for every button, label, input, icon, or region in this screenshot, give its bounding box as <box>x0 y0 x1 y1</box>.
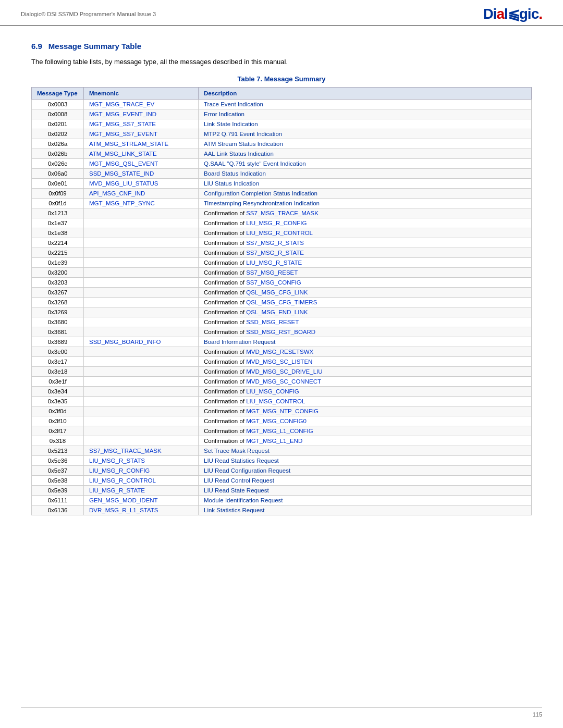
cell-description: Confirmation of SSD_MSG_RESET <box>199 317 532 327</box>
cell-type: 0x1e39 <box>32 258 84 268</box>
table-row: 0x3e34Confirmation of LIU_MSG_CONFIG <box>32 387 532 397</box>
table-row: 0x3e1fConfirmation of MVD_MSG_SC_CONNECT <box>32 377 532 387</box>
table-row: 0x026bATM_MSG_LINK_STATEAAL Link Status … <box>32 149 532 159</box>
cell-mnemonic: SS7_MSG_TRACE_MASK <box>84 446 199 456</box>
cell-mnemonic: LIU_MSG_R_CONFIG <box>84 466 199 476</box>
cell-mnemonic: SSD_MSG_BOARD_INFO <box>84 337 199 347</box>
table-title: Table 7. Message Summary <box>31 75 532 83</box>
cell-description: Trace Event Indication <box>199 100 532 109</box>
cell-description: Confirmation of LIU_MSG_CONTROL <box>199 397 532 406</box>
cell-description: Confirmation of LIU_MSG_R_CONTROL <box>199 228 532 238</box>
cell-mnemonic <box>84 317 199 327</box>
cell-mnemonic: MGT_MSG_TRACE_EV <box>84 100 199 109</box>
cell-mnemonic <box>84 406 199 416</box>
cell-type: 0x0f09 <box>32 189 84 199</box>
cell-type: 0x0008 <box>32 109 84 119</box>
cell-description: LIU Read Statistics Request <box>199 456 532 466</box>
table-row: 0x3e18Confirmation of MVD_MSG_SC_DRIVE_L… <box>32 367 532 377</box>
cell-type: 0x3269 <box>32 307 84 317</box>
cell-type: 0x6136 <box>32 505 84 515</box>
cell-mnemonic: MGT_MSG_NTP_SYNC <box>84 199 199 208</box>
cell-mnemonic <box>84 268 199 278</box>
cell-type: 0x5e39 <box>32 486 84 496</box>
cell-description: Confirmation of SS7_MSG_RESET <box>199 268 532 278</box>
cell-description: Link State Indication <box>199 119 532 129</box>
cell-type: 0x06a0 <box>32 169 84 179</box>
cell-type: 0x1213 <box>32 208 84 218</box>
cell-type: 0x3f0d <box>32 406 84 416</box>
cell-mnemonic <box>84 426 199 436</box>
cell-mnemonic <box>84 397 199 406</box>
cell-description: Confirmation of SS7_MSG_TRACE_MASK <box>199 208 532 218</box>
table-row: 0x318Confirmation of MGT_MSG_L1_END <box>32 436 532 446</box>
cell-mnemonic: MGT_MSG_SS7_STATE <box>84 119 199 129</box>
table-row: 0x3e00Confirmation of MVD_MSG_RESETSWX <box>32 347 532 357</box>
cell-mnemonic: LIU_MSG_R_STATE <box>84 486 199 496</box>
table-row: 0x026aATM_MSG_STREAM_STATEATM Stream Sta… <box>32 139 532 149</box>
table-row: 0x3268Confirmation of QSL_MSG_CFG_TIMERS <box>32 298 532 307</box>
cell-description: Confirmation of LIU_MSG_CONFIG <box>199 387 532 397</box>
cell-description: LIU Status Indication <box>199 179 532 189</box>
cell-mnemonic: MGT_MSG_SS7_EVENT <box>84 129 199 139</box>
section-number: 6.9 <box>31 42 42 51</box>
cell-mnemonic <box>84 298 199 307</box>
cell-description: Confirmation of SSD_MSG_RST_BOARD <box>199 327 532 337</box>
cell-description: Confirmation of QSL_MSG_END_LINK <box>199 307 532 317</box>
cell-description: Confirmation of MGT_MSG_CONFIG0 <box>199 416 532 426</box>
table-row: 0x3689SSD_MSG_BOARD_INFOBoard Informatio… <box>32 337 532 347</box>
table-row: 0x2214Confirmation of SS7_MSG_R_STATS <box>32 238 532 248</box>
cell-description: Confirmation of SS7_MSG_R_STATS <box>199 238 532 248</box>
cell-mnemonic: DVR_MSG_R_L1_STATS <box>84 505 199 515</box>
table-row: 0x5e38LIU_MSG_R_CONTROLLIU Read Control … <box>32 476 532 486</box>
cell-mnemonic: MVD_MSG_LIU_STATUS <box>84 179 199 189</box>
cell-type: 0x5e38 <box>32 476 84 486</box>
cell-mnemonic: LIU_MSG_R_CONTROL <box>84 476 199 486</box>
cell-type: 0x0e01 <box>32 179 84 189</box>
table-row: 0x5e39LIU_MSG_R_STATELIU Read State Requ… <box>32 486 532 496</box>
cell-type: 0x1e37 <box>32 218 84 228</box>
table-row: 0x3f17Confirmation of MGT_MSG_L1_CONFIG <box>32 426 532 436</box>
cell-description: Confirmation of MVD_MSG_SC_DRIVE_LIU <box>199 367 532 377</box>
cell-mnemonic: SSD_MSG_STATE_IND <box>84 169 199 179</box>
cell-description: Configuration Completion Status Indicati… <box>199 189 532 199</box>
col-header-description: Description <box>199 88 532 100</box>
cell-mnemonic <box>84 228 199 238</box>
table-row: 0x3269Confirmation of QSL_MSG_END_LINK <box>32 307 532 317</box>
cell-type: 0x026c <box>32 159 84 169</box>
cell-type: 0x3681 <box>32 327 84 337</box>
cell-description: Confirmation of LIU_MSG_R_CONFIG <box>199 218 532 228</box>
cell-type: 0x0202 <box>32 129 84 139</box>
table-row: 0x3f10Confirmation of MGT_MSG_CONFIG0 <box>32 416 532 426</box>
cell-description: AAL Link Status Indication <box>199 149 532 159</box>
cell-description: Confirmation of LIU_MSG_R_STATE <box>199 258 532 268</box>
cell-mnemonic <box>84 387 199 397</box>
page-number: 115 <box>533 711 542 718</box>
cell-description: Set Trace Mask Request <box>199 446 532 456</box>
cell-mnemonic: ATM_MSG_LINK_STATE <box>84 149 199 159</box>
cell-type: 0x6111 <box>32 496 84 505</box>
cell-mnemonic <box>84 218 199 228</box>
table-row: 0x0003MGT_MSG_TRACE_EVTrace Event Indica… <box>32 100 532 109</box>
cell-mnemonic <box>84 258 199 268</box>
cell-mnemonic <box>84 248 199 258</box>
intro-text: The following table lists, by message ty… <box>31 58 532 66</box>
cell-description: Error Indication <box>199 109 532 119</box>
cell-mnemonic <box>84 208 199 218</box>
cell-mnemonic: MGT_MSG_QSL_EVENT <box>84 159 199 169</box>
cell-type: 0x3f10 <box>32 416 84 426</box>
cell-description: Board Information Request <box>199 337 532 347</box>
section-heading: 6.9 Message Summary Table <box>31 42 532 51</box>
cell-type: 0x5e36 <box>32 456 84 466</box>
col-header-type: Message Type <box>32 88 84 100</box>
table-row: 0x3e35Confirmation of LIU_MSG_CONTROL <box>32 397 532 406</box>
table-row: 0x3f0dConfirmation of MGT_MSG_NTP_CONFIG <box>32 406 532 416</box>
table-row: 0x0202MGT_MSG_SS7_EVENTMTP2 Q.791 Event … <box>32 129 532 139</box>
cell-type: 0x3689 <box>32 337 84 347</box>
cell-mnemonic <box>84 357 199 367</box>
table-row: 0x2215Confirmation of SS7_MSG_R_STATE <box>32 248 532 258</box>
cell-type: 0x0003 <box>32 100 84 109</box>
cell-mnemonic: GEN_MSG_MOD_IDENT <box>84 496 199 505</box>
table-row: 0x1213Confirmation of SS7_MSG_TRACE_MASK <box>32 208 532 218</box>
table-row: 0x0e01MVD_MSG_LIU_STATUSLIU Status Indic… <box>32 179 532 189</box>
cell-mnemonic <box>84 278 199 288</box>
